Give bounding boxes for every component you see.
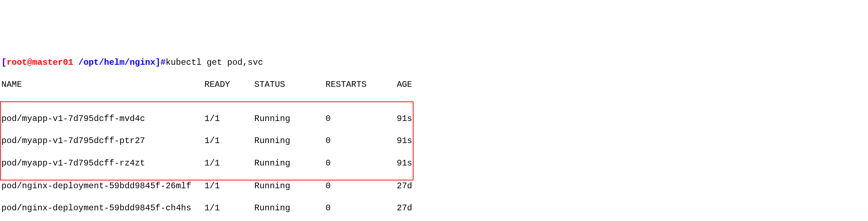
pod-name: pod/nginx-deployment-59bdd9845f-26mlf — [1, 180, 204, 191]
terminal-output: [root@master01 /opt/helm/nginx]#kubectl … — [1, 46, 867, 221]
prompt-user-host: root@master01 — [6, 58, 78, 67]
pod-name: pod/myapp-v1-7d795dcff-ptr27 — [1, 135, 204, 146]
pod-row: pod/myapp-v1-7d795dcff-ptr271/1Running09… — [1, 135, 412, 146]
pod-header-age: AGE — [397, 79, 412, 90]
prompt-bracket-close: ]# — [155, 58, 166, 67]
pod-status: Running — [254, 158, 326, 169]
pod-age: 27d — [397, 180, 412, 191]
command-text: kubectl get pod,svc — [166, 58, 263, 67]
pod-restarts: 0 — [326, 135, 397, 146]
pod-header-status: STATUS — [254, 79, 326, 90]
pod-age: 27d — [397, 202, 412, 214]
pod-status: Running — [254, 135, 326, 146]
pod-ready: 1/1 — [204, 202, 254, 214]
pod-row: pod/nginx-deployment-59bdd9845f-ch4hs1/1… — [1, 202, 867, 214]
pod-status: Running — [254, 113, 326, 124]
pod-row: pod/myapp-v1-7d795dcff-mvd4c1/1Running09… — [1, 113, 412, 124]
pod-age: 91s — [397, 135, 412, 146]
pod-header-row: NAMEREADYSTATUSRESTARTSAGE — [1, 79, 867, 90]
highlighted-pods-box: pod/myapp-v1-7d795dcff-mvd4c1/1Running09… — [0, 101, 414, 180]
pod-restarts: 0 — [326, 180, 397, 191]
pod-age: 91s — [397, 158, 412, 169]
pod-status: Running — [254, 202, 326, 214]
pod-restarts: 0 — [326, 113, 397, 124]
pod-header-name: NAME — [1, 79, 204, 90]
pod-ready: 1/1 — [204, 113, 254, 124]
pod-header-ready: READY — [204, 79, 254, 90]
pod-restarts: 0 — [326, 158, 397, 169]
pod-status: Running — [254, 180, 326, 191]
pod-age: 91s — [397, 113, 412, 124]
pod-ready: 1/1 — [204, 180, 254, 191]
pod-row: pod/myapp-v1-7d795dcff-rz4zt1/1Running09… — [1, 158, 412, 169]
pod-ready: 1/1 — [204, 158, 254, 169]
pod-name: pod/myapp-v1-7d795dcff-mvd4c — [1, 113, 204, 124]
prompt-path: /opt/helm/nginx — [78, 58, 155, 67]
pod-name: pod/myapp-v1-7d795dcff-rz4zt — [1, 158, 204, 169]
pod-name: pod/nginx-deployment-59bdd9845f-ch4hs — [1, 202, 204, 214]
pod-restarts: 0 — [326, 202, 397, 214]
pod-header-restarts: RESTARTS — [326, 79, 397, 90]
pod-ready: 1/1 — [204, 135, 254, 146]
pod-row: pod/nginx-deployment-59bdd9845f-26mlf1/1… — [1, 180, 867, 191]
prompt-line: [root@master01 /opt/helm/nginx]#kubectl … — [1, 57, 867, 68]
prompt-bracket-open: [ — [1, 58, 6, 67]
